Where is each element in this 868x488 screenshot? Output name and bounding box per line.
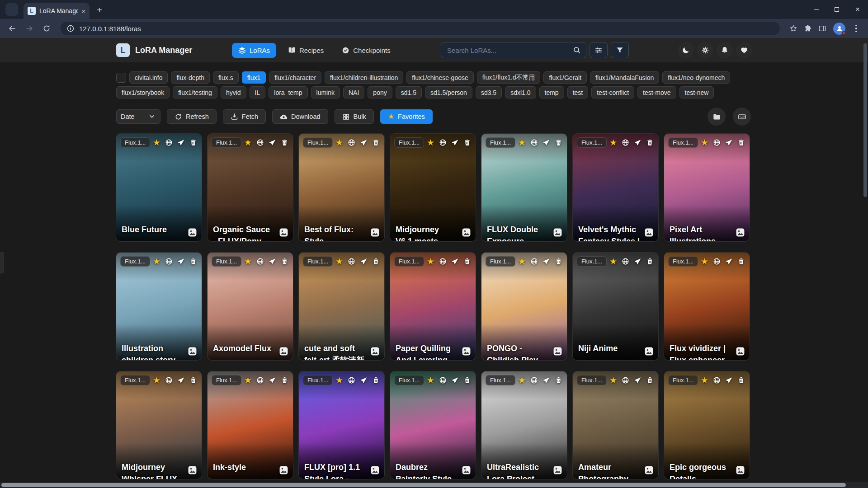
trash-icon[interactable] xyxy=(737,139,745,146)
lora-card[interactable]: Flux.1...★Axomodel Flux xyxy=(208,253,293,360)
moon-button[interactable] xyxy=(678,42,694,58)
tag-chip[interactable]: temp xyxy=(539,86,564,99)
lora-card[interactable]: Flux.1...★Daubrez Painterly Style xyxy=(390,371,476,479)
trash-icon[interactable] xyxy=(646,139,654,146)
trash-icon[interactable] xyxy=(463,258,471,265)
favorite-star-icon[interactable]: ★ xyxy=(244,257,252,266)
tag-chip[interactable]: IL xyxy=(250,86,266,99)
favorite-star-icon[interactable]: ★ xyxy=(244,138,252,147)
tag-chip[interactable]: flux1/children-illustration xyxy=(325,71,403,84)
tag-chip[interactable]: hyvid xyxy=(221,86,246,99)
trash-icon[interactable] xyxy=(555,258,562,265)
lora-card[interactable]: Flux.1...★Niji Anime xyxy=(573,253,658,360)
trash-icon[interactable] xyxy=(463,139,471,146)
favorite-star-icon[interactable]: ★ xyxy=(701,138,708,147)
globe-icon[interactable] xyxy=(530,139,538,146)
trash-icon[interactable] xyxy=(372,376,380,384)
globe-icon[interactable] xyxy=(622,376,629,384)
sort-select[interactable]: Date xyxy=(116,109,160,124)
trash-icon[interactable] xyxy=(737,376,745,384)
heart-button[interactable] xyxy=(736,42,752,58)
image-icon[interactable] xyxy=(644,228,654,237)
globe-icon[interactable] xyxy=(165,258,173,265)
tag-chip[interactable]: pony xyxy=(368,86,392,99)
tag-chip[interactable]: flux-depth xyxy=(171,71,209,84)
tag-chip[interactable]: sd1.5/person xyxy=(425,86,472,99)
favorite-star-icon[interactable]: ★ xyxy=(609,138,617,147)
profile-avatar[interactable] xyxy=(833,23,845,35)
tag-chip[interactable]: flux1/flux1.d不常用 xyxy=(477,71,541,84)
trash-icon[interactable] xyxy=(463,376,471,384)
sliders-button[interactable] xyxy=(590,42,608,58)
tag-chip[interactable]: flux.s xyxy=(213,71,239,84)
image-icon[interactable] xyxy=(462,228,471,237)
send-icon[interactable] xyxy=(542,376,550,384)
refresh-button[interactable]: Refresh xyxy=(167,109,217,124)
image-icon[interactable] xyxy=(736,228,745,237)
tag-chip[interactable]: flux1 xyxy=(242,71,266,84)
send-icon[interactable] xyxy=(451,376,459,384)
reload-button[interactable] xyxy=(39,21,54,36)
globe-icon[interactable] xyxy=(530,376,538,384)
image-icon[interactable] xyxy=(188,347,197,356)
image-icon[interactable] xyxy=(279,228,288,237)
lora-card[interactable]: Flux.1...★FLUX [pro] 1.1 Style Lora - Ex… xyxy=(299,371,384,479)
globe-icon[interactable] xyxy=(439,376,447,384)
image-icon[interactable] xyxy=(279,465,288,475)
lora-card[interactable]: Flux.1...★Organic Sauce - FLUX/Pony xyxy=(208,134,293,241)
favorites-button[interactable]: ★Favorites xyxy=(380,109,433,124)
side-panel-icon[interactable] xyxy=(815,21,830,36)
keyboard-button[interactable] xyxy=(733,108,751,126)
tag-chip[interactable]: flux1/Geralt xyxy=(543,71,587,84)
image-icon[interactable] xyxy=(370,228,380,237)
lora-card[interactable]: Flux.1...★Velvet's Mythic Fantasy Styles… xyxy=(573,134,658,241)
search-input[interactable] xyxy=(446,46,569,55)
globe-icon[interactable] xyxy=(713,139,721,146)
globe-icon[interactable] xyxy=(622,139,629,146)
new-tab-button[interactable]: + xyxy=(97,5,102,14)
trash-icon[interactable] xyxy=(281,376,288,384)
tag-chip[interactable]: flux1/testing xyxy=(173,86,217,99)
favorite-star-icon[interactable]: ★ xyxy=(518,257,526,266)
favorite-star-icon[interactable]: ★ xyxy=(701,376,708,385)
send-icon[interactable] xyxy=(177,376,185,384)
lora-card[interactable]: Flux.1...★Epic gorgeous Details xyxy=(664,371,750,479)
favorite-star-icon[interactable]: ★ xyxy=(518,138,526,147)
lora-card[interactable]: Flux.1...★Illustration children story bo… xyxy=(116,253,202,360)
send-icon[interactable] xyxy=(360,376,368,384)
favorite-star-icon[interactable]: ★ xyxy=(153,138,160,147)
tag-chip[interactable]: test-move xyxy=(637,86,676,99)
browser-tab[interactable]: L LoRA Manager × xyxy=(24,3,90,19)
image-icon[interactable] xyxy=(644,465,654,475)
trash-icon[interactable] xyxy=(281,139,288,146)
trash-icon[interactable] xyxy=(646,258,654,265)
send-icon[interactable] xyxy=(177,139,185,146)
tag-chip[interactable]: NAI xyxy=(343,86,364,99)
favorite-star-icon[interactable]: ★ xyxy=(335,138,343,147)
trash-icon[interactable] xyxy=(281,258,288,265)
url-bar[interactable]: 127.0.0.1:8188/loras xyxy=(61,22,780,35)
image-icon[interactable] xyxy=(553,228,562,237)
tag-chip[interactable]: flux1/character xyxy=(269,71,321,84)
browser-menu-button[interactable] xyxy=(849,21,863,36)
favorite-star-icon[interactable]: ★ xyxy=(609,376,617,385)
lora-card[interactable]: Flux.1...★Pixel Art Illustrations FLUX xyxy=(664,134,750,241)
lora-card[interactable]: Flux.1...★Flux vividizer | Flux enhancer xyxy=(664,253,750,360)
gear-button[interactable] xyxy=(697,42,713,58)
send-icon[interactable] xyxy=(634,139,642,146)
tag-chip[interactable]: sd1.5 xyxy=(396,86,422,99)
funnel-button[interactable] xyxy=(611,42,629,58)
lora-card[interactable]: Flux.1...★PONGO - Childish Play Dough St… xyxy=(481,253,567,360)
tab-close-icon[interactable]: × xyxy=(81,8,85,14)
send-icon[interactable] xyxy=(269,139,276,146)
lora-card[interactable]: Flux.1...★Ink-style xyxy=(208,371,293,479)
bell-button[interactable] xyxy=(717,42,733,58)
tag-chip[interactable]: sdxl1.0 xyxy=(505,86,536,99)
globe-icon[interactable] xyxy=(348,258,355,265)
send-icon[interactable] xyxy=(451,258,459,265)
image-icon[interactable] xyxy=(279,347,288,356)
trash-icon[interactable] xyxy=(189,376,197,384)
tag-chip[interactable]: civitai.info xyxy=(129,71,168,84)
image-icon[interactable] xyxy=(462,347,471,356)
window-close-button[interactable]: × xyxy=(847,0,868,19)
